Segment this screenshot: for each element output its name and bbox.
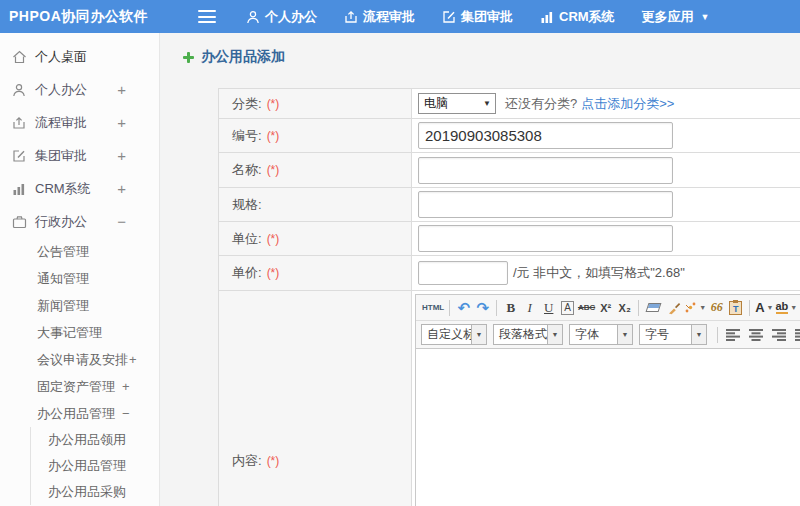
- sidebar-item-workflow-approval[interactable]: 流程审批 +: [0, 106, 159, 139]
- expand-plus-icon[interactable]: +: [117, 114, 126, 131]
- toolbar-separator: [449, 300, 450, 316]
- edit-icon: [11, 149, 27, 163]
- sidebar-subitem-memorabilia-mgmt[interactable]: 大事记管理: [0, 319, 159, 346]
- page-title-text: 办公用品添加: [201, 48, 285, 66]
- sidebar-item-personal-desktop[interactable]: 个人桌面: [0, 40, 159, 73]
- sidebar-subitem-announcement-mgmt[interactable]: 公告管理: [0, 238, 159, 265]
- sidebar-subitem-label: 公告管理: [37, 243, 89, 261]
- form-row-spec: 规格:: [219, 188, 800, 222]
- collapse-minus-icon[interactable]: −: [122, 406, 130, 421]
- expand-plus-icon[interactable]: +: [129, 352, 137, 367]
- sidebar-subitem-supplies-purchase[interactable]: 办公用品采购: [31, 479, 159, 505]
- unit-input[interactable]: [418, 225, 673, 252]
- editor-content-area[interactable]: [416, 349, 800, 506]
- main-content: 办公用品添加 分类: (*) 电脑 ▼ 还没有分类? 点击添加分类>> 编号: …: [161, 33, 800, 506]
- home-icon: [11, 50, 27, 64]
- font-size-select[interactable]: 字号 ▼: [639, 324, 707, 345]
- subscript-button[interactable]: X₂: [616, 298, 633, 318]
- superscript-button[interactable]: X²: [597, 298, 614, 318]
- nav-workflow-approval[interactable]: 流程审批: [344, 8, 415, 26]
- upload-icon: [344, 10, 358, 24]
- add-category-link[interactable]: 点击添加分类>>: [581, 95, 674, 113]
- align-center-icon[interactable]: [748, 325, 765, 345]
- sidebar-item-label: 个人桌面: [35, 48, 87, 66]
- sidebar-item-label: 个人办公: [35, 81, 87, 99]
- font-border-button[interactable]: A: [561, 301, 574, 315]
- upload-icon: [11, 116, 27, 130]
- collapse-minus-icon[interactable]: −: [117, 213, 126, 230]
- content-label: 内容: (*): [219, 291, 412, 506]
- chevron-down-icon: ▼: [547, 325, 562, 344]
- italic-button[interactable]: I: [521, 298, 538, 318]
- sidebar-subitem-supplies-manage[interactable]: 办公用品管理: [31, 453, 159, 479]
- bar-chart-icon: [540, 10, 554, 24]
- price-input[interactable]: [418, 261, 508, 285]
- nav-more-apps[interactable]: 更多应用 ▼: [642, 8, 710, 26]
- html-source-button[interactable]: HTML: [422, 298, 444, 318]
- nav-label: CRM系统: [559, 8, 615, 26]
- toolbar-separator: [496, 300, 497, 316]
- nav-personal-office[interactable]: 个人办公: [246, 8, 317, 26]
- sidebar-subitem-news-mgmt[interactable]: 新闻管理: [0, 292, 159, 319]
- align-left-icon[interactable]: [725, 325, 742, 345]
- required-mark: (*): [267, 129, 280, 143]
- required-mark: (*): [267, 454, 280, 468]
- add-plus-icon: [182, 51, 195, 64]
- strikethrough-button[interactable]: ABC: [578, 298, 595, 318]
- category-select[interactable]: 电脑 ▼: [418, 93, 496, 114]
- sidebar-subitem-label: 新闻管理: [37, 297, 89, 315]
- category-select-value: 电脑: [424, 95, 448, 112]
- menu-toggle-icon[interactable]: [198, 10, 216, 23]
- expand-plus-icon[interactable]: +: [117, 147, 126, 164]
- eraser-icon[interactable]: [646, 303, 662, 312]
- sidebar-item-personal-office[interactable]: 个人办公 +: [0, 73, 159, 106]
- nav-crm-system[interactable]: CRM系统: [540, 8, 615, 26]
- sidebar-subitem-label: 办公用品管理: [37, 405, 115, 423]
- expand-plus-icon[interactable]: +: [122, 379, 130, 394]
- sidebar-subitem-fixed-assets-mgmt[interactable]: 固定资产管理 +: [0, 373, 159, 400]
- paste-text-icon[interactable]: T: [729, 301, 742, 315]
- office-supply-add-form: 分类: (*) 电脑 ▼ 还没有分类? 点击添加分类>> 编号: (*): [218, 88, 800, 506]
- code-input[interactable]: [418, 122, 673, 149]
- rich-text-editor: HTML ↶ ↷ B I U A ABC X² X₂: [415, 294, 800, 506]
- sidebar-item-group-approval[interactable]: 集团审批 +: [0, 139, 159, 172]
- expand-plus-icon[interactable]: +: [117, 81, 126, 98]
- sidebar-item-crm-system[interactable]: CRM系统 +: [0, 172, 159, 205]
- sidebar-subitem-meeting-request[interactable]: 会议申请及安排 +: [0, 346, 159, 373]
- spec-input[interactable]: [418, 191, 673, 218]
- required-mark: (*): [267, 163, 280, 177]
- blockquote-button[interactable]: 66: [708, 298, 725, 318]
- nav-group-approval[interactable]: 集团审批: [442, 8, 513, 26]
- bold-button[interactable]: B: [502, 298, 519, 318]
- nav-label: 集团审批: [461, 8, 513, 26]
- redo-icon[interactable]: ↷: [474, 298, 491, 318]
- name-input[interactable]: [418, 157, 673, 184]
- expand-plus-icon[interactable]: +: [117, 180, 126, 197]
- paragraph-format-select[interactable]: 段落格式 ▼: [493, 324, 563, 345]
- sidebar-item-admin-office[interactable]: 行政办公 −: [0, 205, 159, 238]
- price-label: 单价: (*): [219, 256, 412, 290]
- form-row-price: 单价: (*) /元 非中文，如填写格式"2.68": [219, 256, 800, 291]
- undo-icon[interactable]: ↶: [455, 298, 472, 318]
- sidebar-subitem-supplies-claim[interactable]: 办公用品领用: [31, 427, 159, 453]
- highlight-color-button[interactable]: ab▼: [776, 298, 798, 318]
- briefcase-icon: [11, 215, 27, 229]
- spec-label: 规格:: [219, 188, 412, 221]
- custom-heading-select[interactable]: 自定义标题 ▼: [421, 324, 487, 345]
- form-row-code: 编号: (*): [219, 119, 800, 153]
- sidebar-subitem-label: 办公用品管理: [48, 457, 126, 475]
- sidebar-subitem-notice-mgmt[interactable]: 通知管理: [0, 265, 159, 292]
- required-mark: (*): [267, 232, 280, 246]
- align-justify-icon[interactable]: [794, 325, 800, 345]
- clear-format-brush-icon[interactable]: [665, 298, 682, 318]
- chevron-down-icon: ▼: [617, 325, 632, 344]
- font-color-button[interactable]: A▼: [755, 298, 773, 318]
- code-label: 编号: (*): [219, 119, 412, 152]
- sidebar-subitem-office-supplies-mgmt[interactable]: 办公用品管理 −: [0, 400, 159, 427]
- user-icon: [246, 10, 260, 24]
- underline-button[interactable]: U: [540, 298, 557, 318]
- align-right-icon[interactable]: [771, 325, 788, 345]
- auto-typeset-icon[interactable]: ▼: [684, 298, 706, 318]
- chevron-down-icon: ▼: [471, 325, 486, 344]
- font-family-select[interactable]: 字体 ▼: [569, 324, 633, 345]
